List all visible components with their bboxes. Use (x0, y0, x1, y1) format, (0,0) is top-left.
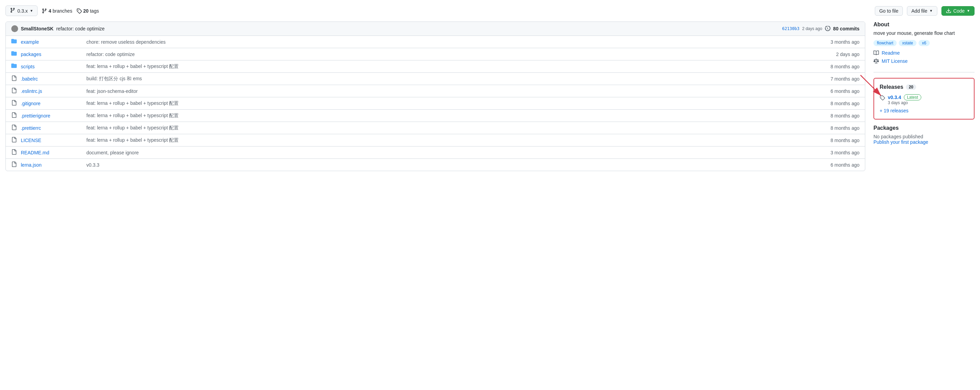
table-row: LICENSEfeat: lerna + rollup + babel + ty… (6, 134, 865, 146)
branch-selector-button[interactable]: 0.3.x ▼ (5, 5, 38, 16)
file-time: 7 months ago (830, 76, 859, 82)
tags-count: 20 (83, 8, 89, 14)
add-file-button[interactable]: Add file ▼ (907, 6, 937, 16)
table-row: .eslintrc.jsfeat: json-schema-editor6 mo… (6, 85, 865, 97)
file-time: 3 months ago (830, 39, 859, 45)
publish-package-link[interactable]: Publish your first package (873, 139, 928, 145)
file-time: 6 months ago (830, 88, 859, 94)
packages-none: No packages published (873, 134, 975, 139)
file-list: examplechore: remove useless dependencie… (6, 36, 865, 171)
folder-icon (11, 63, 17, 70)
folder-icon (11, 38, 17, 45)
release-date: 3 days ago (888, 100, 921, 105)
folder-icon (11, 51, 17, 57)
commit-hash[interactable]: 62130b3 (782, 26, 800, 31)
file-name[interactable]: example (21, 39, 82, 45)
readme-link[interactable]: Readme (873, 50, 975, 56)
about-section: About move your mouse, generate flow cha… (873, 22, 975, 64)
file-icon (11, 112, 17, 119)
file-name[interactable]: .prettierignore (21, 113, 82, 118)
about-description: move your mouse, generate flow chart (873, 30, 975, 36)
file-icon (11, 75, 17, 82)
releases-header: Releases 20 (880, 84, 968, 90)
branches-count: 4 (48, 8, 51, 14)
go-to-file-button[interactable]: Go to file (875, 6, 903, 16)
table-row: packagesrefactor: code optimize2 days ag… (6, 48, 865, 60)
branches-label: branches (52, 8, 72, 14)
releases-count: 20 (906, 84, 916, 90)
file-commit-message: document, please ignore (86, 150, 826, 155)
file-icon (11, 149, 17, 156)
commits-number: 80 (833, 26, 838, 32)
file-time: 8 months ago (830, 64, 859, 69)
tags-label: tags (90, 8, 99, 14)
packages-section: Packages No packages published Publish y… (873, 125, 975, 145)
commit-header: SmallStoneSK refactor: code optimize 621… (6, 22, 865, 36)
release-item: v0.3.4 Latest 3 days ago (880, 94, 968, 105)
file-icon (11, 88, 17, 94)
file-name[interactable]: scripts (21, 64, 82, 69)
sidebar: About move your mouse, generate flow cha… (873, 22, 975, 145)
commits-label: commits (840, 26, 859, 32)
file-commit-message: chore: remove useless dependencies (86, 39, 826, 45)
commit-message: refactor: code optimize (56, 26, 105, 32)
branch-chevron-icon: ▼ (30, 9, 33, 13)
file-commit-message: refactor: code optimize (86, 52, 832, 57)
file-area: SmallStoneSK refactor: code optimize 621… (5, 22, 865, 171)
topic-tag[interactable]: flowchart (873, 40, 897, 46)
svg-point-0 (13, 26, 16, 29)
add-file-label: Add file (912, 8, 928, 14)
table-row: .prettierignorefeat: lerna + rollup + ba… (6, 110, 865, 122)
main-layout: SmallStoneSK refactor: code optimize 621… (5, 22, 975, 171)
releases-title[interactable]: Releases (880, 84, 903, 90)
license-link[interactable]: MIT License (873, 58, 975, 64)
file-name[interactable]: .gitignore (21, 101, 82, 106)
tag-icon (76, 8, 82, 14)
file-icon (11, 125, 17, 131)
file-commit-message: build: 打包区分 cjs 和 ems (86, 76, 826, 82)
file-name[interactable]: packages (21, 52, 82, 57)
file-time: 8 months ago (830, 138, 859, 143)
commits-count[interactable]: 80 commits (833, 26, 859, 32)
file-time: 8 months ago (830, 101, 859, 106)
more-releases-link[interactable]: + 19 releases (880, 108, 968, 113)
topic-tags: flowchartxstatex6 (873, 40, 975, 46)
topic-tag[interactable]: x6 (918, 40, 930, 46)
release-version[interactable]: v0.3.4 (888, 95, 901, 100)
table-row: examplechore: remove useless dependencie… (6, 36, 865, 48)
book-icon (873, 50, 879, 56)
file-name[interactable]: lerna.json (21, 162, 82, 168)
commit-time: 2 days ago (802, 26, 822, 31)
packages-title: Packages (873, 125, 975, 131)
file-icon (11, 137, 17, 143)
file-time: 8 months ago (830, 125, 859, 131)
file-icon (11, 100, 17, 107)
readme-link-text[interactable]: Readme (882, 50, 900, 56)
add-file-chevron-icon: ▼ (929, 9, 933, 13)
download-icon (946, 8, 951, 14)
file-name[interactable]: README.md (21, 150, 82, 155)
file-commit-message: feat: lerna + rollup + babel + typescrip… (86, 113, 826, 119)
table-row: .prettierrcfeat: lerna + rollup + babel … (6, 122, 865, 134)
law-icon (873, 58, 879, 64)
topic-tag[interactable]: xstate (899, 40, 916, 46)
go-to-file-label: Go to file (879, 8, 898, 14)
about-title: About (873, 22, 975, 28)
tags-info[interactable]: 20 tags (76, 8, 99, 14)
file-commit-message: feat: json-schema-editor (86, 88, 826, 94)
code-button[interactable]: Code ▼ (942, 6, 975, 16)
file-commit-message: feat: lerna + rollup + babel + typescrip… (86, 100, 826, 107)
releases-section: Releases 20 v0.3.4 Latest 3 days ago + 1… (873, 78, 975, 119)
file-name[interactable]: .prettierrc (21, 125, 82, 131)
file-time: 2 days ago (836, 52, 860, 57)
branches-info[interactable]: 4 branches (42, 8, 72, 14)
file-commit-message: feat: lerna + rollup + babel + typescrip… (86, 137, 826, 143)
file-name[interactable]: .eslintrc.js (21, 88, 82, 94)
file-name[interactable]: .babelrc (21, 76, 82, 82)
file-name[interactable]: LICENSE (21, 138, 82, 143)
code-label: Code (953, 8, 965, 14)
license-link-text[interactable]: MIT License (882, 58, 908, 64)
table-row: scriptsfeat: lerna + rollup + babel + ty… (6, 60, 865, 73)
commit-author[interactable]: SmallStoneSK (21, 26, 54, 32)
branch-label: 0.3.x (18, 8, 28, 14)
